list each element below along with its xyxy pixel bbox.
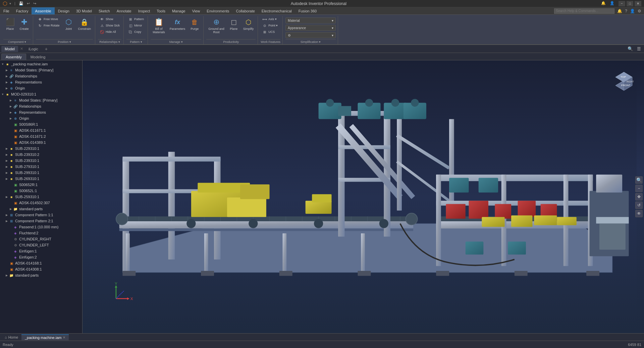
menu-electromechanical[interactable]: Electromechanical: [258, 7, 295, 14]
tab-assembly[interactable]: Assembly: [1, 54, 26, 60]
tree-item-cylinder-right[interactable]: ⚙ CYLINDER_RIGHT: [0, 236, 82, 242]
tree-expand-origin[interactable]: ▶: [5, 86, 9, 90]
free-move-button[interactable]: ✥ Free Move: [36, 16, 61, 22]
tree-item-s00652l[interactable]: ▣ S00652L:1: [0, 188, 82, 194]
menu-manage[interactable]: Manage: [169, 7, 189, 14]
tab-packing-machine[interactable]: _packing machine.iam ✕: [21, 334, 69, 340]
appearance-button[interactable]: Appearance ▾: [285, 25, 336, 31]
menu-fusion360[interactable]: Fusion 360: [295, 7, 320, 14]
tree-expand-relationships[interactable]: ▶: [5, 74, 9, 78]
constrain-button[interactable]: 🔒 Constrain: [76, 16, 93, 36]
material-button[interactable]: Material ▾: [285, 17, 336, 23]
tab-home[interactable]: ⌂ Home: [1, 335, 21, 340]
tree-item-adsk5[interactable]: ▣ ADSK-014168:1: [0, 260, 82, 266]
hide-all-button[interactable]: 🚫 Hide All: [98, 29, 121, 35]
tree-expand-mod-relationships[interactable]: ▶: [9, 104, 13, 108]
minimize-button[interactable]: −: [619, 1, 625, 6]
ground-and-root-button[interactable]: ⊕ Ground andRoot: [206, 16, 226, 36]
tree-item-sub279[interactable]: ▶ ■ SUB-279310:1: [0, 164, 82, 170]
close-tab-packing-machine[interactable]: ✕: [63, 336, 65, 339]
copy-button[interactable]: ⿻ Copy: [126, 29, 146, 35]
pattern-button[interactable]: ⊞ Pattern: [126, 16, 146, 22]
panel-tab-add[interactable]: +: [43, 46, 50, 52]
menu-tools[interactable]: Tools: [153, 7, 169, 14]
menu-view[interactable]: View: [189, 7, 204, 14]
simplify-button[interactable]: ⬡ Simplify: [241, 16, 256, 36]
mirror-button[interactable]: ◫ Mirror: [126, 22, 146, 28]
tree-item-sub269[interactable]: ▶ ■ SUB-269310:1: [0, 176, 82, 182]
tree-item-model-states[interactable]: ▶ ≡ Model States: [Primary]: [0, 67, 82, 73]
look-at-button[interactable]: 👁: [635, 210, 643, 217]
tree-expand-representations[interactable]: ▶: [5, 80, 9, 84]
menu-environments[interactable]: Environments: [203, 7, 232, 14]
tree-item-cylinder-left[interactable]: ⚙ CYLINDER_LEFT: [0, 242, 82, 248]
plane-button[interactable]: ◻ Plane: [227, 16, 240, 36]
tree-item-mod-representations[interactable]: ▶ ◈ Representations: [0, 109, 82, 115]
tree-item-root[interactable]: ▼ ■ _packing machine.iam: [0, 61, 82, 67]
menu-sketch[interactable]: Sketch: [95, 7, 113, 14]
tree-item-standard[interactable]: ▶ 📁 standard parts: [0, 206, 82, 212]
tree-expand-sub269[interactable]: ▶: [5, 177, 9, 181]
tree-expand-standard2[interactable]: ▶: [5, 273, 9, 277]
tree-item-s00652r[interactable]: ▣ S00652R:1: [0, 182, 82, 188]
tree-item-sub299[interactable]: ▶ ■ SUB-299310:1: [0, 170, 82, 176]
parameters-button[interactable]: fx Parameters: [168, 16, 187, 36]
close-button[interactable]: ✕: [635, 1, 641, 6]
tree-item-sub239[interactable]: ▶ ■ SUB-239310:2: [0, 152, 82, 158]
tree-expand-cp2[interactable]: ▶: [5, 219, 9, 223]
tree-item-adsk2[interactable]: ▣ ADSK-011671:2: [0, 133, 82, 139]
axis-button[interactable]: ⟺ Axis ▾: [261, 16, 279, 22]
create-button[interactable]: ✚ Create: [17, 16, 31, 36]
purge-button[interactable]: 🗑 Purge: [188, 16, 201, 36]
tree-item-adsk4[interactable]: ▣ ADSK-014502:307: [0, 200, 82, 206]
pan-button[interactable]: ✥: [635, 193, 643, 200]
tree-item-origin[interactable]: ▶ ⊕ Origin: [0, 85, 82, 91]
tree-item-s00586r[interactable]: ▣ S00S86R:1: [0, 121, 82, 127]
tree-item-adsk3[interactable]: ▣ ADSK-014389:1: [0, 139, 82, 146]
tree-expand-mod-representations[interactable]: ▶: [9, 110, 13, 114]
search-sidebar-button[interactable]: 🔍: [627, 45, 634, 53]
menu-file[interactable]: File: [0, 7, 13, 14]
menu-design[interactable]: Design: [55, 7, 73, 14]
tree-item-einfuegen1[interactable]: ◈ Einfügen:1: [0, 248, 82, 254]
viewport[interactable]: X Y: [83, 60, 644, 333]
show-button[interactable]: 👁 Show: [98, 16, 121, 22]
tree-expand-mod-origin[interactable]: ▶: [9, 116, 13, 120]
tree-item-relationships[interactable]: ▶ 🔗 Relationships: [0, 73, 82, 79]
tab-modeling[interactable]: Modeling: [26, 54, 50, 60]
tree-expand-sub279[interactable]: ▶: [5, 165, 9, 169]
tree-expand-cp1[interactable]: ▶: [5, 213, 9, 217]
tree-expand-standard[interactable]: ▶: [9, 207, 13, 211]
tree-expand-sub259[interactable]: ▶: [5, 195, 9, 199]
bill-of-materials-button[interactable]: 📋 Bill ofMaterials: [151, 16, 167, 36]
menu-annotate[interactable]: Annotate: [113, 7, 135, 14]
tree-item-mod-origin[interactable]: ▶ ⊕ Origin: [0, 115, 82, 121]
tree-item-mod-model-states[interactable]: ▶ ≡ Model States: [Primary]: [0, 97, 82, 103]
lighting-button[interactable]: ⚙ ▾: [285, 32, 336, 38]
menu-inspect[interactable]: Inspect: [135, 7, 153, 14]
tree-item-adsk6[interactable]: ▣ ADSK-014308:1: [0, 266, 82, 272]
tree-item-mod-relationships[interactable]: ▶ 🔗 Relationships: [0, 103, 82, 109]
tree-expand-sub239[interactable]: ▶: [5, 153, 9, 157]
point-button[interactable]: ⊙ Point ▾: [261, 22, 279, 28]
tree-expand-model-states[interactable]: ▶: [5, 68, 9, 72]
tree-item-standard2[interactable]: ▶ 📁 standard parts: [0, 272, 82, 278]
tree-item-einfuegen2[interactable]: ◈ Einfügen:2: [0, 254, 82, 260]
tree-item-representations[interactable]: ▶ ◈ Representations: [0, 79, 82, 85]
tree-expand-sub229[interactable]: ▶: [5, 147, 9, 151]
tree-item-adsk1[interactable]: ▣ ADSK-011671:1: [0, 127, 82, 133]
tree-expand-sub2392[interactable]: ▶: [5, 159, 9, 163]
search-input[interactable]: [554, 8, 614, 14]
tree-expand-mod[interactable]: ▼: [1, 92, 5, 96]
zoom-in-button[interactable]: 🔍: [635, 176, 643, 184]
zoom-out-button[interactable]: −: [635, 185, 643, 192]
restore-button[interactable]: □: [627, 1, 633, 6]
tree-item-fluchtend[interactable]: ◈ Fluchtend:2: [0, 230, 82, 236]
place-button[interactable]: ⬛ Place: [3, 16, 17, 36]
menu-factory[interactable]: Factory: [13, 7, 32, 14]
tree-item-sub259[interactable]: ▶ ■ SUB-259310:1: [0, 194, 82, 200]
panel-tab-model[interactable]: Model: [1, 46, 18, 52]
view-cube[interactable]: FRONT TOP RIGHT: [610, 67, 637, 94]
tree-item-passend[interactable]: ◈ Passend:1 (10.000 mm): [0, 224, 82, 230]
free-rotate-button[interactable]: ↻ Free Rotate: [36, 22, 61, 28]
